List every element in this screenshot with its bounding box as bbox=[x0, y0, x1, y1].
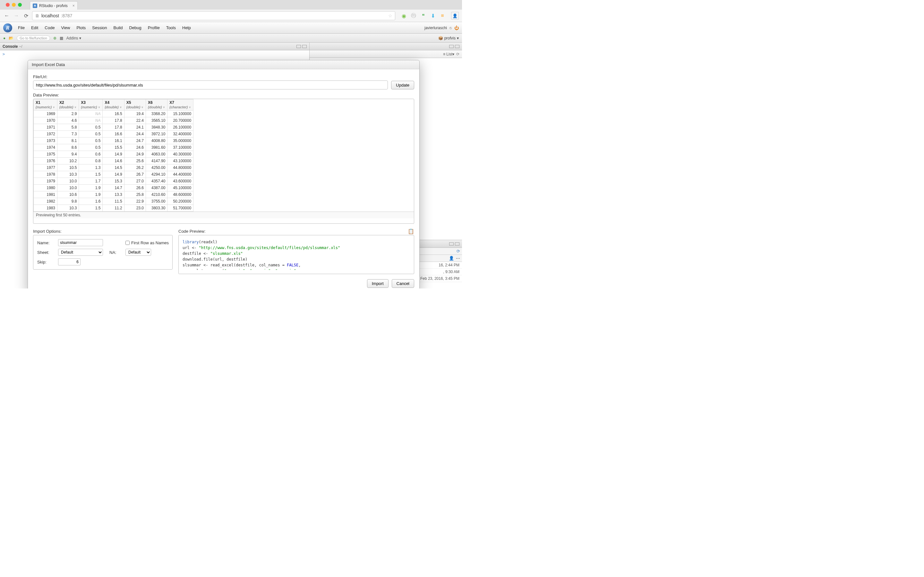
table-cell: 26.7 bbox=[124, 171, 145, 178]
table-cell: 43.600000 bbox=[168, 178, 194, 185]
table-row: 19748.60.515.524.63981.6037.100000 bbox=[34, 144, 194, 151]
minimize-window-icon[interactable] bbox=[12, 3, 16, 7]
menu-edit[interactable]: Edit bbox=[31, 25, 38, 30]
toolbar-icon[interactable]: ▦ bbox=[60, 36, 63, 40]
logout-icon[interactable]: ⎋ bbox=[449, 26, 452, 30]
console-body[interactable]: > bbox=[0, 50, 309, 58]
url-host: localhost bbox=[41, 13, 59, 18]
skip-label: Skip: bbox=[37, 259, 55, 264]
table-cell: 14.5 bbox=[103, 164, 124, 171]
power-icon[interactable]: ⏻ bbox=[454, 25, 459, 31]
bookmark-star-icon[interactable]: ☆ bbox=[388, 13, 393, 18]
pane-max-icon[interactable] bbox=[455, 45, 459, 48]
hangouts-icon[interactable]: ❝ bbox=[420, 13, 426, 19]
tab-strip: R RStudio - profvis × bbox=[0, 0, 462, 10]
table-cell: 4008.80 bbox=[146, 137, 168, 144]
table-cell: 4387.00 bbox=[146, 185, 168, 191]
user-profile-icon[interactable]: 👤 bbox=[451, 12, 459, 19]
cancel-button[interactable]: Cancel bbox=[392, 279, 414, 288]
column-header[interactable]: X2(double)▼ bbox=[57, 99, 79, 111]
dialog-footer: Import Cancel bbox=[28, 276, 419, 288]
main-menu: FileEditCodeViewPlotsSessionBuildDebugPr… bbox=[18, 25, 191, 30]
table-cell: 1978 bbox=[34, 171, 57, 178]
pane-max-icon[interactable] bbox=[455, 242, 459, 245]
go-to-file-input[interactable]: Go to file/function bbox=[17, 35, 50, 41]
menu-file[interactable]: File bbox=[18, 25, 25, 30]
table-row: 198110.61.913.325.84210.6048.600000 bbox=[34, 191, 194, 198]
pane-min-icon[interactable] bbox=[296, 45, 301, 48]
project-selector[interactable]: 📦 profvis ▾ bbox=[438, 36, 459, 40]
file-url-input[interactable] bbox=[33, 81, 388, 89]
console-path: ~/ bbox=[19, 44, 22, 49]
window-controls bbox=[3, 3, 25, 7]
refresh-icon[interactable]: ⟳ bbox=[456, 52, 459, 56]
pane-min-icon[interactable] bbox=[449, 45, 454, 48]
column-header[interactable]: X7(character)▼ bbox=[168, 99, 194, 111]
extension-icon[interactable]: ⓜ bbox=[411, 13, 417, 19]
menu-tools[interactable]: Tools bbox=[166, 25, 176, 30]
menu-session[interactable]: Session bbox=[92, 25, 107, 30]
menu-view[interactable]: View bbox=[61, 25, 70, 30]
menu-code[interactable]: Code bbox=[45, 25, 55, 30]
table-cell: 3803.30 bbox=[146, 205, 168, 211]
table-cell: 10.2 bbox=[57, 158, 79, 164]
rstudio-app: R FileEditCodeViewPlotsSessionBuildDebug… bbox=[0, 22, 462, 288]
open-file-icon[interactable]: 📂 bbox=[9, 36, 13, 40]
table-cell: 14.7 bbox=[103, 185, 124, 191]
tab-close-icon[interactable]: × bbox=[73, 3, 75, 8]
menu-help[interactable]: Help bbox=[182, 25, 191, 30]
rstudio-menubar: R FileEditCodeViewPlotsSessionBuildDebug… bbox=[0, 22, 462, 34]
column-header[interactable]: X5(double)▼ bbox=[124, 99, 145, 111]
close-window-icon[interactable] bbox=[6, 3, 10, 7]
pane-min-icon[interactable] bbox=[449, 242, 454, 245]
table-row: 19759.40.614.924.94063.0040.300000 bbox=[34, 151, 194, 158]
user-icon[interactable]: 👤 bbox=[449, 256, 454, 261]
column-header[interactable]: X3(numeric)▼ bbox=[79, 99, 103, 111]
hamburger-icon[interactable]: ≡ bbox=[439, 13, 445, 19]
extension-icon[interactable]: ⬇ bbox=[430, 13, 436, 19]
maximize-window-icon[interactable] bbox=[18, 3, 22, 7]
table-row: 197710.51.314.526.24250.0044.800000 bbox=[34, 164, 194, 171]
refresh-icon[interactable]: ⟳ bbox=[457, 249, 460, 253]
import-button[interactable]: Import bbox=[367, 279, 389, 288]
table-cell: 1973 bbox=[34, 137, 57, 144]
sheet-select[interactable]: Default bbox=[58, 249, 103, 256]
data-preview-scroll[interactable]: X1(numeric)▼X2(double)▼X3(numeric)▼X4(do… bbox=[33, 99, 414, 211]
reload-icon[interactable]: ⟳ bbox=[23, 12, 29, 19]
rstudio-toolbar: ● 📂 Go to file/function ⊕ ▦ Addins ▾ 📦 p… bbox=[0, 34, 462, 43]
name-input[interactable] bbox=[58, 239, 103, 246]
addins-menu[interactable]: Addins ▾ bbox=[66, 36, 81, 40]
table-cell: 14.9 bbox=[103, 151, 124, 158]
menu-profile[interactable]: Profile bbox=[148, 25, 160, 30]
menu-debug[interactable]: Debug bbox=[129, 25, 141, 30]
table-cell: 14.9 bbox=[103, 171, 124, 178]
menu-build[interactable]: Build bbox=[113, 25, 123, 30]
first-row-checkbox[interactable]: First Row as Names bbox=[126, 240, 174, 245]
code-preview[interactable]: library(readxl) url <- "http://www.fns.u… bbox=[183, 239, 410, 270]
skip-input[interactable] bbox=[58, 258, 81, 266]
table-cell: 1.3 bbox=[79, 164, 103, 171]
na-select[interactable]: Default bbox=[126, 249, 151, 256]
list-view-toggle[interactable]: ≡ List▾ bbox=[443, 52, 454, 56]
column-header[interactable]: X1(numeric)▼ bbox=[34, 99, 57, 111]
address-bar[interactable]: 🗎 localhost:8787 ☆ bbox=[32, 11, 395, 20]
table-cell: 14.6 bbox=[103, 158, 124, 164]
new-file-icon[interactable]: ● bbox=[3, 36, 5, 40]
toolbar-icon[interactable]: ⊕ bbox=[53, 36, 57, 40]
clipboard-icon[interactable]: 📋 bbox=[408, 228, 414, 234]
page-icon: 🗎 bbox=[35, 13, 39, 18]
more-icon[interactable]: ⋯ bbox=[456, 256, 460, 261]
column-header[interactable]: X4(double)▼ bbox=[103, 99, 124, 111]
column-header[interactable]: X6(double)▼ bbox=[146, 99, 168, 111]
table-row: 198010.01.914.726.64387.0045.100000 bbox=[34, 185, 194, 191]
browser-tab[interactable]: R RStudio - profvis × bbox=[30, 1, 78, 10]
table-cell: 3972.10 bbox=[146, 131, 168, 137]
update-button[interactable]: Update bbox=[391, 81, 414, 89]
pane-max-icon[interactable] bbox=[302, 45, 307, 48]
env-toolbar: ≡ List▾ ⟳ bbox=[310, 50, 462, 58]
extension-icon[interactable]: ◉ bbox=[401, 13, 407, 19]
forward-icon[interactable]: → bbox=[13, 12, 20, 19]
table-cell: 1972 bbox=[34, 131, 57, 137]
menu-plots[interactable]: Plots bbox=[76, 25, 86, 30]
back-icon[interactable]: ← bbox=[3, 12, 10, 19]
